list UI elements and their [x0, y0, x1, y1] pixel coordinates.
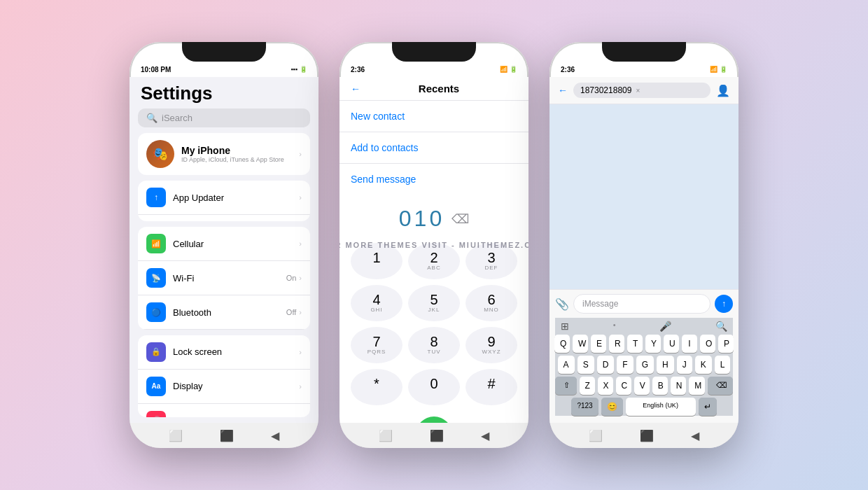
key-4[interactable]: 4GHI [351, 285, 402, 321]
key-h[interactable]: H [657, 356, 674, 374]
lockscreen-icon: 🔒 [146, 342, 166, 362]
key-3[interactable]: 3DEF [465, 243, 517, 279]
key-r[interactable]: R [609, 335, 624, 353]
phone-bottom-bar-1: ⬜ ⬛ ◀ [130, 423, 318, 448]
settings-item-bluetooth[interactable]: 🔵 Bluetooth Off› [138, 295, 310, 330]
bottom-icon-back-2[interactable]: ◀ [481, 429, 489, 442]
bottom-icon-home-2[interactable]: ⬛ [430, 429, 444, 442]
search-placeholder: iSearch [162, 113, 192, 123]
phone-bottom-bar-3: ⬜ ⬛ ◀ [550, 423, 738, 448]
num-key[interactable]: ?123 [571, 398, 598, 416]
emoji-grid-icon[interactable]: ⊞ [561, 321, 569, 332]
key-5[interactable]: 5JKL [408, 285, 460, 321]
key-g[interactable]: G [636, 356, 654, 374]
message-input[interactable]: iMessage [573, 294, 710, 314]
settings-item-app-updater[interactable]: ↑ App Updater › [138, 181, 310, 215]
key-i[interactable]: I [682, 335, 697, 353]
sounds-label: Sounds [173, 415, 292, 417]
key-2[interactable]: 2ABC [408, 243, 460, 279]
key-f[interactable]: F [617, 356, 633, 374]
key-m[interactable]: M [689, 377, 705, 395]
key-7[interactable]: 7PQRS [351, 327, 402, 363]
space-key[interactable]: English (UK) [626, 398, 696, 416]
key-n[interactable]: N [671, 377, 686, 395]
add-to-contacts-item[interactable]: Add to contacts [340, 132, 528, 164]
input-placeholder: iMessage [582, 299, 618, 309]
key-8[interactable]: 8TUV [408, 327, 460, 363]
message-input-area: 📎 iMessage ↑ ⊞ • 🎤 🔍 [550, 289, 738, 423]
lockscreen-label: Lock screen [173, 346, 292, 357]
recents-menu: New contact Add to contacts Send message [340, 101, 528, 195]
key-k[interactable]: K [695, 356, 712, 374]
profile-item[interactable]: 🎭 My iPhone ID Apple, iCloud, iTunes & A… [138, 133, 310, 175]
profile-sub: ID Apple, iCloud, iTunes & App Store [181, 156, 292, 163]
new-contact-item[interactable]: New contact [340, 101, 528, 132]
recents-title: Recents [360, 83, 517, 94]
settings-item-cellular[interactable]: 📶 Cellular › [138, 227, 310, 261]
back-button[interactable]: ← [351, 83, 360, 94]
settings-item-display[interactable]: Aa Display › [138, 370, 310, 404]
dialer-screen: 2:36 📶 🔋 ← Recents New contact Add to co… [340, 62, 528, 448]
delete-key[interactable]: ⌫ [708, 377, 733, 395]
key-p[interactable]: P [718, 335, 734, 353]
phone-dialer: 2:36 📶 🔋 ← Recents New contact Add to co… [340, 42, 528, 448]
call-button[interactable]: 📞 [416, 416, 452, 423]
settings-item-security[interactable]: 🛡 Security status › [138, 215, 310, 221]
key-w[interactable]: W [573, 335, 588, 353]
key-b[interactable]: B [652, 377, 668, 395]
statusbar-3: 2:36 📶 🔋 [550, 62, 738, 77]
cellular-icon: 📶 [146, 234, 166, 253]
dialer-number: 010 [399, 206, 444, 232]
phone-messages: 2:36 📶 🔋 ← 18730218809 × 👤 📎 [550, 42, 738, 448]
key-v[interactable]: V [634, 377, 650, 395]
key-o[interactable]: O [700, 335, 715, 353]
attach-icon[interactable]: 📎 [555, 298, 569, 311]
key-t[interactable]: T [627, 335, 643, 353]
settings-item-lockscreen[interactable]: 🔒 Lock screen › [138, 335, 310, 370]
key-l[interactable]: L [715, 356, 731, 374]
bottom-icon-home[interactable]: ⬛ [220, 429, 234, 442]
key-q[interactable]: Q [554, 335, 570, 353]
key-z[interactable]: Z [580, 377, 595, 395]
bottom-icon-back[interactable]: ◀ [271, 429, 279, 442]
settings-item-sounds[interactable]: 🔊 Sounds › [138, 404, 310, 417]
return-key[interactable]: ↵ [699, 398, 717, 416]
settings-search[interactable]: 🔍 iSearch [138, 108, 310, 127]
send-message-item[interactable]: Send message [340, 164, 528, 195]
key-1[interactable]: 1 [351, 243, 402, 279]
key-c[interactable]: C [616, 377, 631, 395]
key-a[interactable]: A [558, 356, 575, 374]
key-e[interactable]: E [591, 335, 606, 353]
dialer-header: ← Recents [340, 77, 528, 101]
settings-item-wifi[interactable]: 📡 Wi-Fi On› [138, 261, 310, 295]
send-button[interactable]: ↑ [715, 295, 733, 313]
keyboard-row-4: ?123 😊 English (UK) ↵ [555, 398, 733, 416]
key-d[interactable]: D [597, 356, 615, 374]
delete-icon[interactable]: ⌫ [451, 211, 469, 227]
key-0[interactable]: 0 [408, 369, 460, 405]
settings-screen: 10:08 PM ▪▪▪ 🔋 Settings 🔍 iSearch 🎭 My i… [130, 62, 318, 448]
statusbar-2: 2:36 📶 🔋 [340, 62, 528, 77]
key-y[interactable]: Y [645, 335, 661, 353]
bottom-icon-home-3[interactable]: ⬛ [640, 429, 654, 442]
emoji-key[interactable]: 😊 [601, 398, 623, 416]
person-icon[interactable]: 👤 [716, 84, 730, 97]
key-9[interactable]: 9WXYZ [465, 327, 517, 363]
message-back-button[interactable]: ← [558, 85, 568, 96]
contact-tab: 18730218809 × [573, 83, 710, 98]
key-6[interactable]: 6MNO [465, 285, 517, 321]
key-x[interactable]: X [598, 377, 613, 395]
key-j[interactable]: J [677, 356, 692, 374]
mic-icon[interactable]: 🎤 [659, 321, 671, 332]
chevron-icon: › [299, 193, 302, 202]
settings-title: Settings [130, 77, 318, 108]
key-u[interactable]: U [664, 335, 679, 353]
bluetooth-icon: 🔵 [146, 302, 166, 322]
key-hash[interactable]: # [465, 369, 517, 405]
key-star[interactable]: * [351, 369, 402, 405]
bottom-icon-back-3[interactable]: ◀ [691, 429, 699, 442]
key-s[interactable]: S [578, 356, 594, 374]
search-keyboard-icon[interactable]: 🔍 [715, 321, 727, 332]
contact-close-icon[interactable]: × [636, 87, 640, 94]
shift-key[interactable]: ⇧ [555, 377, 577, 395]
